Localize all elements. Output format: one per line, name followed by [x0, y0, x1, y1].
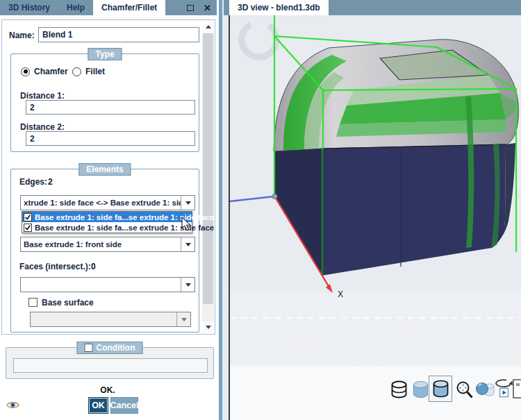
- front-side-combobox[interactable]: Base extrude 1: front side: [20, 237, 195, 252]
- faces-combobox[interactable]: [20, 277, 195, 292]
- cancel-button[interactable]: Cancel: [110, 397, 138, 414]
- eye-visibility-icon[interactable]: [6, 401, 19, 412]
- faces-label: Faces (intersect.):: [19, 262, 91, 271]
- condition-checkbox[interactable]: [85, 344, 93, 352]
- dialog-scrollbar[interactable]: [202, 21, 214, 333]
- tab-help[interactable]: Help: [58, 0, 93, 15]
- radio-chamfer[interactable]: Chamfer: [21, 67, 68, 76]
- checkbox-checked-icon[interactable]: [24, 213, 32, 221]
- name-input[interactable]: [38, 27, 199, 42]
- axis-origin: [272, 194, 277, 199]
- base-surface-checkbox[interactable]: [28, 298, 38, 307]
- base-surface-combobox: [30, 312, 191, 327]
- zoom-magnifier-icon[interactable]: [456, 380, 474, 402]
- rotate-view-icon[interactable]: [495, 378, 513, 403]
- condition-group-legend: Condition: [77, 342, 143, 354]
- edges-count: 2: [48, 177, 53, 187]
- tab-3d-history[interactable]: 3D History: [0, 0, 58, 15]
- faces-count: 0: [91, 262, 96, 271]
- distance1-input[interactable]: [26, 100, 195, 115]
- chevron-down-icon[interactable]: [181, 196, 195, 210]
- status-text: OK.: [0, 385, 215, 395]
- chevron-down-icon[interactable]: [181, 278, 195, 292]
- radio-fillet[interactable]: Fillet: [72, 67, 105, 76]
- distance2-label: Distance 2:: [20, 122, 65, 132]
- distance2-input[interactable]: [26, 131, 195, 146]
- application-window: 3D History Help Chamfer/Fillet ✕ Name: T…: [0, 0, 521, 420]
- shaded-view-icon[interactable]: [411, 379, 430, 402]
- radio-unselected-icon: [72, 67, 81, 76]
- dropdown-item-1[interactable]: Base extrude 1: side fa...se extrude 1: …: [22, 212, 192, 222]
- scroll-down-icon[interactable]: [202, 321, 214, 333]
- chevron-down-icon: [176, 312, 190, 326]
- tab-chamfer-fillet[interactable]: Chamfer/Fillet: [93, 0, 165, 15]
- elements-group-legend: Elements: [78, 163, 131, 176]
- condition-group: Condition: [6, 347, 214, 379]
- wireframe-view-icon[interactable]: [390, 379, 408, 402]
- checkbox-checked-icon[interactable]: [24, 224, 32, 232]
- scroll-up-icon[interactable]: [202, 21, 214, 33]
- edges-combobox[interactable]: xtrude 1: side face <-> Base extrude 1: …: [20, 195, 195, 210]
- edges-label: Edges:: [19, 177, 47, 187]
- mouse-cursor: [181, 217, 192, 234]
- base-surface-label: Base surface: [42, 298, 94, 308]
- distance1-label: Distance 1:: [20, 91, 65, 101]
- type-group: Type Chamfer Fillet Distance 1: Distance…: [10, 53, 199, 152]
- radio-selected-icon: [21, 67, 30, 76]
- type-group-legend: Type: [88, 48, 122, 60]
- shaded-edges-view-icon: [431, 378, 450, 399]
- panel-toggle-clipped-icon[interactable]: [513, 377, 521, 402]
- close-icon[interactable]: ✕: [204, 3, 211, 12]
- maximize-icon[interactable]: [187, 5, 194, 11]
- chamfer-fillet-dialog: Name: Type Chamfer Fillet Distance 1: Di…: [0, 15, 217, 420]
- view-tabbar: 3D view - blend1.3db: [224, 0, 521, 15]
- scrollbar-thumb[interactable]: [203, 33, 213, 304]
- dropdown-item-2[interactable]: Base extrude 1: side fa...se extrude 1: …: [22, 222, 192, 233]
- 3d-view-pane: 3D view - blend1.3db: [224, 0, 521, 420]
- dialog-scroll-area: Name: Type Chamfer Fillet Distance 1: Di…: [1, 19, 215, 335]
- x-axis-label: X: [338, 289, 343, 299]
- transparency-view-icon[interactable]: [475, 380, 495, 402]
- ok-button[interactable]: OK: [88, 397, 108, 414]
- panel-splitter[interactable]: [217, 0, 224, 420]
- dialog-tabbar: 3D History Help Chamfer/Fillet ✕: [0, 0, 217, 15]
- edges-dropdown-list: Base extrude 1: side fa...se extrude 1: …: [22, 211, 192, 233]
- shaded-edges-view-selected[interactable]: [429, 376, 452, 402]
- condition-input: [13, 358, 208, 373]
- 3d-viewport[interactable]: X: [229, 15, 521, 420]
- tab-3d-view[interactable]: 3D view - blend1.3db: [229, 0, 329, 15]
- name-label: Name:: [9, 31, 35, 40]
- chevron-down-icon[interactable]: [181, 237, 195, 251]
